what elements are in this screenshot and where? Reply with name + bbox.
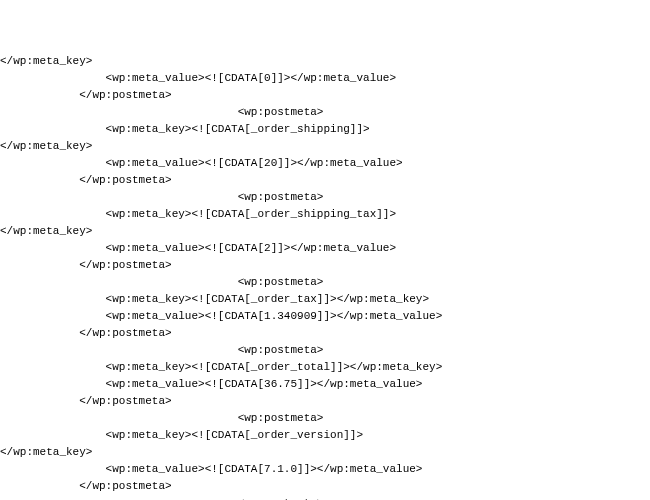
code-line: <wp:postmeta> bbox=[0, 410, 650, 427]
code-line: <wp:postmeta> bbox=[0, 274, 650, 291]
code-line: </wp:meta_key> bbox=[0, 53, 650, 70]
code-line: </wp:meta_key> bbox=[0, 138, 650, 155]
code-line: <wp:meta_value><![CDATA[2]]></wp:meta_va… bbox=[0, 240, 650, 257]
code-line: <wp:postmeta> bbox=[0, 189, 650, 206]
code-line: <wp:postmeta> bbox=[0, 495, 650, 500]
code-line: <wp:meta_key><![CDATA[_order_tax]]></wp:… bbox=[0, 291, 650, 308]
code-line: </wp:postmeta> bbox=[0, 325, 650, 342]
code-line: </wp:postmeta> bbox=[0, 478, 650, 495]
code-line: <wp:meta_key><![CDATA[_order_shipping]]> bbox=[0, 121, 650, 138]
code-line: <wp:meta_value><![CDATA[36.75]]></wp:met… bbox=[0, 376, 650, 393]
code-block: </wp:meta_key> <wp:meta_value><![CDATA[0… bbox=[0, 53, 650, 500]
code-line: <wp:meta_key><![CDATA[_order_version]]> bbox=[0, 427, 650, 444]
code-line: <wp:meta_value><![CDATA[7.1.0]]></wp:met… bbox=[0, 461, 650, 478]
code-line: </wp:meta_key> bbox=[0, 444, 650, 461]
code-line: </wp:postmeta> bbox=[0, 393, 650, 410]
code-line: <wp:meta_value><![CDATA[20]]></wp:meta_v… bbox=[0, 155, 650, 172]
code-line: <wp:meta_key><![CDATA[_order_total]]></w… bbox=[0, 359, 650, 376]
code-line: <wp:postmeta> bbox=[0, 104, 650, 121]
code-line: <wp:meta_key><![CDATA[_order_shipping_ta… bbox=[0, 206, 650, 223]
code-line: </wp:postmeta> bbox=[0, 87, 650, 104]
code-line: <wp:meta_value><![CDATA[1.340909]]></wp:… bbox=[0, 308, 650, 325]
code-line: <wp:postmeta> bbox=[0, 342, 650, 359]
code-line: </wp:postmeta> bbox=[0, 172, 650, 189]
code-line: <wp:meta_value><![CDATA[0]]></wp:meta_va… bbox=[0, 70, 650, 87]
code-line: </wp:meta_key> bbox=[0, 223, 650, 240]
code-line: </wp:postmeta> bbox=[0, 257, 650, 274]
